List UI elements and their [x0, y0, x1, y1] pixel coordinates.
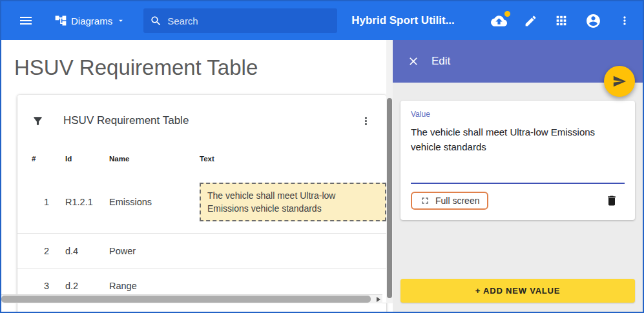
add-new-value-button[interactable]: + ADD NEW VALUE: [400, 279, 635, 303]
chevron-down-icon: [116, 16, 125, 25]
requirement-table-card: HSUV Requirement Table # Id Name Text 1 …: [17, 95, 386, 312]
row-number: 2: [32, 246, 65, 256]
horizontal-scrollbar[interactable]: [1, 294, 382, 303]
delete-icon[interactable]: [605, 194, 618, 207]
notification-badge: [504, 11, 510, 17]
column-header-num: #: [32, 155, 65, 163]
table-header-row: # Id Name Text: [17, 146, 386, 171]
document-title: Hybrid Sport Utilit...: [351, 14, 455, 27]
column-header-id: Id: [65, 155, 109, 163]
value-field-underline: [411, 183, 625, 184]
fullscreen-icon: [420, 196, 430, 206]
fullscreen-button[interactable]: Full screen: [411, 192, 488, 210]
search-input[interactable]: [167, 15, 316, 26]
row-number: 3: [32, 281, 65, 291]
filter-icon[interactable]: [32, 115, 44, 127]
value-editor-card: Value The vehicle shall meet Ultra-low E…: [400, 101, 635, 220]
page-title: HSUV Requirement Table: [14, 56, 393, 80]
table-row[interactable]: 2 d.4 Power: [17, 234, 386, 268]
scroll-right-arrow[interactable]: [377, 297, 380, 302]
app-window: Diagrams Hybrid Sport Utilit...: [0, 0, 644, 313]
selected-text-cell[interactable]: The vehicle shall meet Ultra-low Emissio…: [200, 183, 386, 222]
row-name: Power: [109, 246, 200, 256]
diagrams-label: Diagrams: [71, 15, 112, 26]
apps-grid-icon[interactable]: [554, 14, 568, 28]
row-name: Range: [109, 281, 200, 291]
horizontal-scrollbar-thumb[interactable]: [1, 296, 371, 303]
account-icon[interactable]: [585, 13, 601, 29]
value-actions: Full screen: [411, 192, 625, 210]
close-icon[interactable]: [407, 55, 420, 68]
top-bar: Diagrams Hybrid Sport Utilit...: [1, 1, 643, 40]
row-id: R1.2.1: [65, 197, 109, 207]
value-field-label: Value: [411, 110, 625, 119]
panel-title: Edit: [431, 55, 450, 68]
search-box[interactable]: [143, 8, 337, 33]
column-header-text: Text: [200, 155, 386, 163]
main-content: HSUV Requirement Table HSUV Requirement …: [1, 40, 393, 312]
table-title: HSUV Requirement Table: [63, 114, 189, 127]
edit-pencil-icon[interactable]: [524, 14, 537, 28]
fullscreen-label: Full screen: [435, 196, 479, 206]
diagram-tree-icon: [54, 14, 67, 27]
send-fab-button[interactable]: [604, 66, 635, 97]
value-field-text[interactable]: The vehicle shall meet Ultra-low Emissio…: [411, 125, 625, 154]
vertical-scrollbar-thumb[interactable]: [387, 98, 392, 298]
table-toolbar: HSUV Requirement Table: [17, 95, 386, 146]
vertical-scrollbar[interactable]: [386, 40, 393, 303]
more-vert-icon[interactable]: [618, 14, 631, 27]
row-id: d.2: [65, 281, 109, 291]
topbar-actions: [491, 13, 631, 29]
row-number: 1: [32, 197, 65, 207]
menu-icon[interactable]: [18, 13, 34, 28]
send-icon: [612, 74, 627, 88]
table-row[interactable]: 1 R1.2.1 Emissions The vehicle shall mee…: [17, 171, 386, 234]
row-name: Emissions: [109, 197, 200, 207]
edit-panel: Edit Value The vehicle shall meet Ultra-…: [393, 40, 643, 312]
cloud-sync-icon[interactable]: [491, 13, 507, 29]
diagrams-menu-button[interactable]: Diagrams: [54, 14, 125, 27]
search-icon: [150, 15, 162, 27]
table-more-vert-icon[interactable]: [360, 115, 372, 127]
column-header-name: Name: [109, 155, 200, 163]
row-id: d.4: [65, 246, 109, 256]
